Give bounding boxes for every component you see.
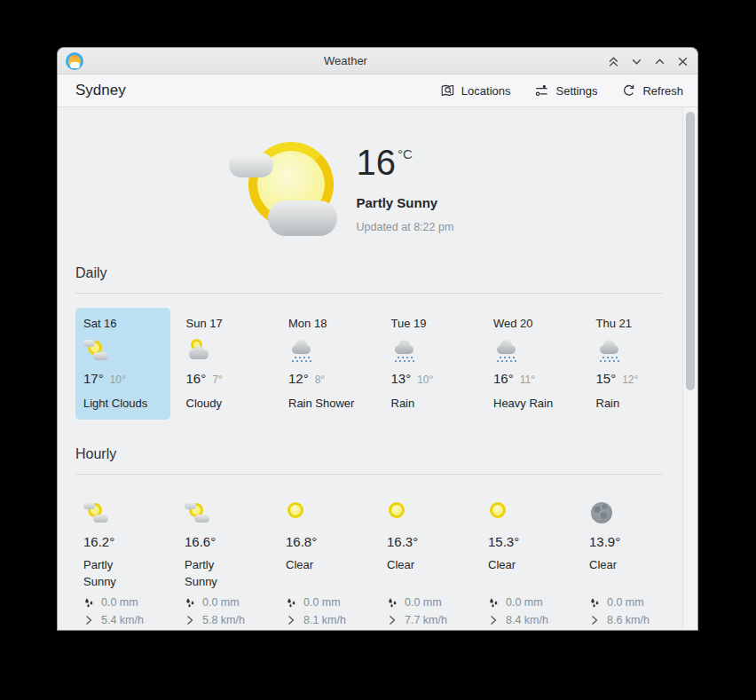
hourly-card-6[interactable]: 13.9° Clear 0.0 mm 8.6 km/h: [581, 488, 674, 626]
precipitation-value: 0.0 mm: [405, 596, 442, 609]
rain-icon: [391, 338, 416, 363]
day-condition: Rain: [596, 397, 675, 410]
day-label: Sun 17: [186, 317, 265, 330]
day-condition: Cloudy: [186, 397, 265, 410]
daily-card-tue[interactable]: Tue 19 13°10° Rain: [383, 308, 478, 420]
day-condition: Light Clouds: [83, 397, 162, 410]
daily-card-sun[interactable]: Sun 17 16°7° Cloudy: [178, 308, 273, 420]
precipitation-value: 0.0 mm: [101, 596, 138, 609]
precipitation-value: 0.0 mm: [607, 596, 644, 609]
minimize-icon[interactable]: [629, 54, 643, 68]
hour-temp: 16.2°: [83, 534, 161, 549]
wind-direction-icon: [286, 615, 296, 625]
precipitation-icon: [387, 597, 398, 608]
hour-temp: 16.3°: [387, 534, 464, 549]
day-condition: Heavy Rain: [493, 397, 572, 410]
precipitation-icon: [185, 597, 195, 608]
current-temperature: 16°C: [357, 145, 512, 180]
low-temp: 7°: [212, 374, 222, 386]
locations-button[interactable]: Locations: [440, 83, 511, 98]
high-temp: 15°: [596, 371, 617, 386]
daily-card-thu[interactable]: Thu 21 15°12° Rain: [588, 308, 683, 420]
high-temp: 13°: [391, 371, 412, 386]
page-title: Sydney: [75, 82, 126, 99]
daily-card-sat[interactable]: Sat 16 17°10° Light Clouds: [75, 308, 170, 420]
wind-value: 7.7 km/h: [405, 614, 447, 626]
hourly-card-4[interactable]: 16.3° Clear 0.0 mm 7.7 km/h: [379, 488, 472, 626]
current-condition: Partly Sunny: [357, 195, 512, 210]
rain-icon: [493, 338, 518, 363]
day-label: Thu 21: [596, 317, 675, 330]
hourly-card-3[interactable]: 16.8° Clear 0.0 mm 8.1 km/h: [278, 488, 371, 626]
updated-timestamp: Updated at 8:22 pm: [357, 221, 512, 233]
hour-condition: Clear: [387, 557, 444, 591]
wind-direction-icon: [488, 615, 499, 625]
scroll-view: 16°C Partly Sunny Updated at 8:22 pm Dai…: [58, 107, 682, 630]
wind-direction-icon: [589, 615, 600, 625]
wind-direction-icon: [387, 615, 398, 625]
hour-condition: Clear: [286, 557, 343, 591]
day-condition: Rain Shower: [288, 397, 367, 410]
rain-icon: [288, 338, 313, 363]
current-text: 16°C Partly Sunny Updated at 8:22 pm: [357, 145, 512, 233]
clear-day-icon: [387, 500, 412, 525]
wind-value: 5.4 km/h: [101, 614, 144, 626]
scrollbar-thumb[interactable]: [686, 112, 695, 390]
low-temp: 8°: [315, 374, 325, 386]
precipitation-icon: [286, 597, 296, 608]
keep-above-icon[interactable]: [606, 54, 620, 68]
low-temp: 10°: [417, 374, 433, 386]
day-label: Tue 19: [391, 317, 470, 330]
daily-heading: Daily: [75, 265, 682, 281]
clear-night-icon: [589, 500, 614, 525]
titlebar[interactable]: Weather: [58, 48, 697, 75]
refresh-label: Refresh: [642, 84, 683, 98]
wind-value: 8.1 km/h: [303, 614, 346, 626]
hour-condition: Partly Sunny: [83, 557, 140, 591]
close-icon[interactable]: [675, 54, 689, 68]
locations-label: Locations: [461, 84, 511, 98]
low-temp: 12°: [622, 374, 638, 386]
current-conditions: 16°C Partly Sunny Updated at 8:22 pm: [58, 139, 682, 239]
day-label: Mon 18: [288, 317, 367, 330]
low-temp: 10°: [110, 374, 126, 386]
clear-day-icon: [488, 500, 513, 525]
daily-card-mon[interactable]: Mon 18 12°8° Rain Shower: [280, 308, 375, 420]
toolbar: Locations Settings: [440, 83, 683, 98]
weather-window: Weather Sydney: [57, 47, 698, 631]
precipitation-icon: [589, 597, 600, 608]
hour-condition: Clear: [589, 557, 646, 591]
hourly-heading: Hourly: [75, 446, 682, 462]
partly-sunny-icon: [185, 500, 209, 525]
maximize-icon[interactable]: [652, 54, 666, 68]
refresh-button[interactable]: Refresh: [621, 83, 683, 98]
map-search-icon: [440, 83, 455, 98]
wind-value: 5.8 km/h: [202, 614, 245, 626]
vertical-scrollbar[interactable]: [682, 107, 697, 630]
day-label: Sat 16: [83, 317, 162, 330]
daily-card-wed[interactable]: Wed 20 16°11° Heavy Rain: [485, 308, 580, 420]
hour-temp: 16.8°: [286, 534, 363, 549]
precipitation-value: 0.0 mm: [202, 596, 240, 609]
wind-value: 8.4 km/h: [506, 614, 548, 626]
separator: [75, 474, 662, 475]
day-condition: Rain: [391, 397, 470, 410]
desktop-background: Weather Sydney: [0, 0, 756, 700]
wind-direction-icon: [185, 615, 195, 625]
hourly-card-2[interactable]: 16.6° Partly Sunny 0.0 mm 5.8 km/h: [177, 488, 270, 626]
separator: [75, 293, 662, 294]
settings-button[interactable]: Settings: [534, 83, 597, 98]
clear-day-icon: [286, 500, 311, 525]
partly-sunny-icon: [83, 500, 108, 525]
partly-sunny-icon: [83, 338, 108, 363]
precipitation-value: 0.0 mm: [506, 596, 543, 609]
hourly-card-5[interactable]: 15.3° Clear 0.0 mm 8.4 km/h: [480, 488, 573, 626]
hourly-forecast-row: 16.2° Partly Sunny 0.0 mm 5.4 km/h 16.6°…: [75, 488, 682, 626]
scroll-content: 16°C Partly Sunny Updated at 8:22 pm Dai…: [58, 107, 697, 630]
low-temp: 11°: [520, 374, 535, 386]
hourly-card-1[interactable]: 16.2° Partly Sunny 0.0 mm 5.4 km/h: [75, 488, 169, 626]
high-temp: 16°: [493, 371, 514, 386]
hour-temp: 16.6°: [185, 534, 262, 549]
precipitation-value: 0.0 mm: [303, 596, 341, 609]
high-temp: 17°: [83, 371, 104, 386]
